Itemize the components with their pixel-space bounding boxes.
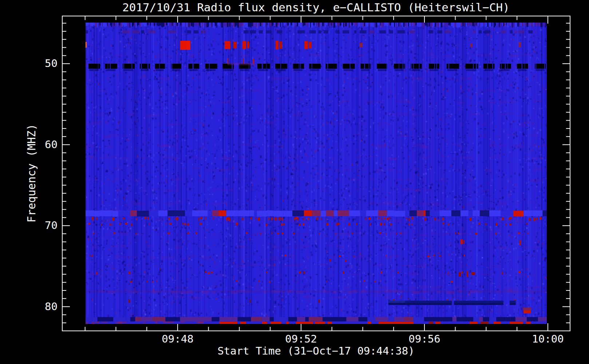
x-axis-title: Start Time (31−Oct−17 09:44:38) xyxy=(217,345,414,357)
x-tick-label-1000: 10:00 xyxy=(515,333,581,345)
spectrogram-page: 2017/10/31 Radio flux density, e−CALLIST… xyxy=(0,0,589,364)
x-tick-label-0956: 09:56 xyxy=(392,333,457,345)
x-tick-label-0948: 09:48 xyxy=(145,333,210,345)
y-tick-label-80: 80 xyxy=(21,300,58,313)
y-tick-label-50: 50 xyxy=(21,57,58,70)
spectrogram-image xyxy=(86,23,547,324)
x-tick-label-0952: 09:52 xyxy=(268,333,334,345)
y-axis-title: Frequency (MHZ) xyxy=(25,124,38,223)
